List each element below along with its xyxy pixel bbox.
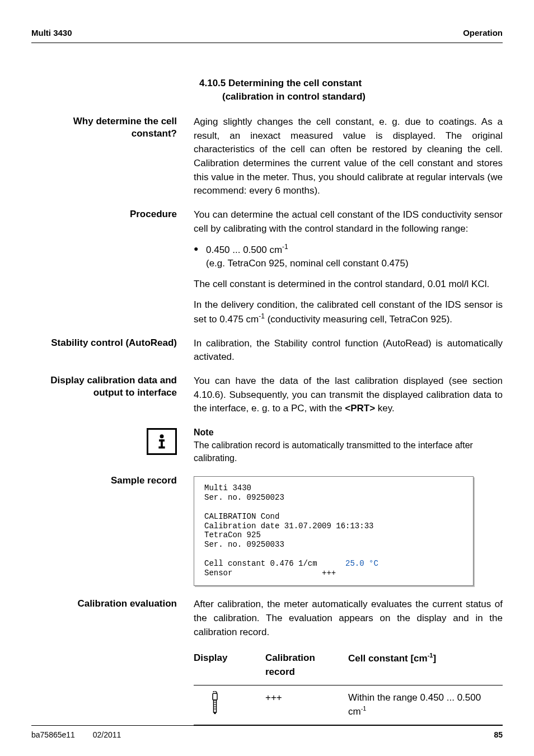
note-label: Note bbox=[194, 426, 503, 439]
svg-rect-4 bbox=[213, 693, 217, 700]
procedure-after2: In the delivery condition, the calibrate… bbox=[194, 298, 503, 327]
section-title-l2: (calibration in control standard) bbox=[199, 90, 503, 104]
th-c3-p1: Cell constant [cm bbox=[348, 653, 428, 664]
svg-rect-5 bbox=[214, 700, 217, 712]
td-c3-sup: -1 bbox=[361, 705, 367, 712]
stability-text: In calibration, the Stability control fu… bbox=[194, 337, 503, 364]
sample-record-box: Multi 3430Ser. no. 09250023 CALIBRATION … bbox=[194, 476, 474, 586]
sample-l5: TetraCon 925 bbox=[204, 530, 463, 540]
sample-l7b: 25.0 °C bbox=[345, 559, 378, 568]
section-heading: 4.10.5 Determining the cell constant (ca… bbox=[199, 77, 503, 104]
svg-rect-3 bbox=[158, 447, 165, 449]
procedure-after1: The cell constant is determined in the c… bbox=[194, 278, 503, 292]
procedure-after2-p2: (conductivity measuring cell, TetraCon 9… bbox=[265, 314, 452, 325]
svg-rect-10 bbox=[214, 712, 216, 714]
sample-label: Sample record bbox=[31, 475, 194, 588]
note-icon-cell bbox=[31, 426, 194, 465]
stability-label: Stability control (AutoRead) bbox=[31, 337, 194, 364]
table-head-record: Calibration record bbox=[265, 646, 348, 685]
note-text: The calibration record is automatically … bbox=[194, 440, 473, 463]
procedure-bullet: 0.450 ... 0.500 cm-1 (e.g. TetraCon 925,… bbox=[194, 242, 503, 271]
section-title-l1: Determining the cell constant bbox=[228, 78, 362, 88]
table-head-cell-const: Cell constant [cm-1] bbox=[348, 646, 503, 685]
td-c3-p1: Within the range 0.450 ... 0.500 cm bbox=[348, 692, 481, 717]
cal-eval-text: After calibration, the meter automatical… bbox=[194, 598, 503, 639]
sample-l1: Multi 3430 bbox=[204, 483, 463, 493]
header-right: Operation bbox=[463, 27, 503, 39]
display-cal-p2: key. bbox=[375, 403, 395, 414]
table-row1-cellconst: Within the range 0.450 ... 0.500 cm-1 bbox=[348, 685, 503, 725]
page-header: Multi 3430 Operation bbox=[31, 27, 503, 43]
cal-eval-table: Display Calibration record Cell constant… bbox=[194, 646, 503, 725]
footer-page: 85 bbox=[494, 729, 503, 740]
footer-date: 02/2011 bbox=[93, 730, 121, 739]
procedure-after2-sup: -1 bbox=[259, 312, 265, 320]
svg-point-0 bbox=[160, 434, 164, 438]
sample-l6: Ser. no. 09250033 bbox=[204, 540, 463, 550]
section-number: 4.10.5 bbox=[199, 78, 226, 88]
sample-l4: Calibration date 31.07.2009 16:13:33 bbox=[204, 522, 463, 531]
sample-l7: Cell constant 0.476 1/cm 25.0 °C bbox=[204, 559, 463, 569]
page-footer: ba75865e11 02/2011 85 bbox=[31, 725, 503, 740]
footer-code: ba75865e11 bbox=[31, 730, 75, 739]
procedure-intro: You can determine the actual cell consta… bbox=[194, 208, 503, 236]
info-icon bbox=[147, 428, 177, 455]
header-left: Multi 3430 bbox=[31, 27, 72, 39]
procedure-bullet-l2: (e.g. TetraCon 925, nominal cell constan… bbox=[206, 257, 503, 271]
table-row1-record: +++ bbox=[265, 685, 348, 725]
why-label: Why determine the cell constant? bbox=[31, 115, 194, 198]
display-cal-label: Display calibration data and output to i… bbox=[31, 374, 194, 416]
sample-l2: Ser. no. 09250023 bbox=[204, 493, 463, 503]
display-cal-key: <PRT> bbox=[345, 403, 375, 414]
sample-l7a: Cell constant 0.476 1/cm bbox=[204, 559, 345, 568]
sample-l3: CALIBRATION Cond bbox=[204, 512, 463, 522]
sensor-icon bbox=[209, 691, 221, 719]
display-cal-text: You can have the data of the last calibr… bbox=[194, 374, 503, 416]
table-row1-display bbox=[194, 685, 265, 725]
table-head-display: Display bbox=[194, 646, 265, 685]
why-text: Aging slightly changes the cell constant… bbox=[194, 115, 503, 198]
cal-eval-label: Calibration evaluation bbox=[31, 598, 194, 725]
sample-l8: Sensor +++ bbox=[204, 569, 463, 578]
procedure-bullet-sup: -1 bbox=[282, 243, 288, 251]
procedure-bullet-l1: 0.450 ... 0.500 cm bbox=[206, 245, 282, 255]
th-c3-p2: ] bbox=[433, 653, 436, 664]
procedure-label: Procedure bbox=[31, 208, 194, 327]
